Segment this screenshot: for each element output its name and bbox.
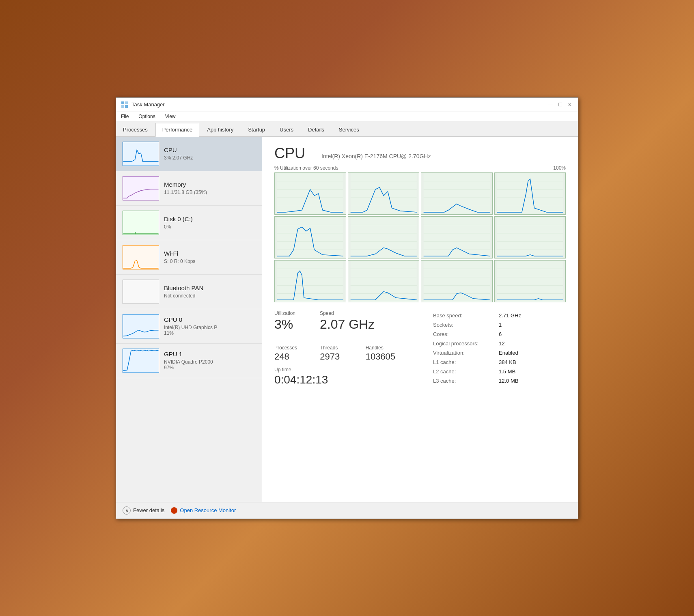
resource-monitor-icon: [171, 507, 177, 514]
task-manager-window: Task Manager — ☐ ✕ File Options View Pro…: [116, 97, 578, 519]
processes-group: Processes 248: [274, 345, 317, 362]
handles-value: 103605: [366, 351, 408, 362]
uptime-label: Up time: [274, 367, 408, 373]
window-title: Task Manager: [131, 101, 165, 108]
sidebar-item-gpu1[interactable]: GPU 1 NVIDIA Quadro P2000 97%: [116, 344, 262, 378]
wifi-thumbnail: [123, 245, 159, 269]
memory-sub: 11.1/31.8 GB (35%): [164, 190, 255, 195]
cpu-graph-5: [348, 216, 420, 258]
svg-rect-66: [497, 261, 563, 302]
cpu-subtitle: Intel(R) Xeon(R) E-2176M CPU@ 2.70GHz: [321, 153, 431, 159]
tab-performance[interactable]: Performance: [155, 123, 199, 137]
svg-rect-41: [424, 217, 490, 258]
base-speed-value: 2.71 GHz: [499, 311, 565, 320]
sidebar-item-disk[interactable]: Disk 0 (C:) 0%: [116, 206, 262, 240]
svg-rect-10: [123, 349, 159, 373]
memory-thumbnail: [123, 176, 159, 200]
threads-label: Threads: [320, 345, 362, 351]
disk-info: Disk 0 (C:) 0%: [164, 215, 255, 230]
fewer-details-button[interactable]: ∧ Fewer details: [123, 506, 164, 515]
sidebar-item-bluetooth[interactable]: Bluetooth PAN Not connected: [116, 275, 262, 309]
logical-label: Logical processors:: [433, 339, 498, 348]
gpu1-thumbnail: [123, 349, 159, 373]
minimize-button[interactable]: —: [547, 101, 554, 108]
svg-rect-6: [123, 211, 159, 235]
utilization-label: Utilization: [274, 310, 295, 316]
memory-info: Memory 11.1/31.8 GB (35%): [164, 181, 255, 195]
virt-label: Virtualization:: [433, 349, 498, 357]
disk-sub: 0%: [164, 224, 255, 230]
wifi-info: Wi-Fi S: 0 R: 0 Kbps: [164, 250, 255, 264]
cpu-graph-2: [421, 172, 493, 215]
svg-rect-46: [497, 217, 563, 258]
menu-options[interactable]: Options: [137, 113, 157, 120]
svg-rect-36: [350, 217, 416, 258]
processes-value: 248: [274, 351, 317, 362]
process-thread-handles: Processes 248 Threads 2973 Handles 10360…: [274, 345, 408, 362]
speed-group: Speed 2.07 GHz: [320, 310, 375, 332]
info-table: Base speed: 2.71 GHz Sockets: 1 Cores: 6: [432, 310, 566, 386]
maximize-button[interactable]: ☐: [557, 101, 563, 108]
svg-rect-9: [123, 314, 159, 338]
gpu1-sub: NVIDIA Quadro P2000: [164, 359, 255, 365]
speed-label: Speed: [320, 310, 375, 316]
cpu-graph-4: [274, 216, 346, 258]
svg-rect-0: [121, 101, 124, 104]
menu-view[interactable]: View: [164, 113, 177, 120]
l3-row: L3 cache: 12.0 MB: [433, 377, 565, 385]
logical-row: Logical processors: 12: [433, 339, 565, 348]
l3-label: L3 cache:: [433, 377, 498, 385]
base-speed-row: Base speed: 2.71 GHz: [433, 311, 565, 320]
gpu1-info: GPU 1 NVIDIA Quadro P2000 97%: [164, 351, 255, 370]
l2-value: 1.5 MB: [499, 367, 565, 376]
tab-startup[interactable]: Startup: [241, 123, 272, 136]
svg-rect-3: [125, 105, 128, 108]
virt-row: Virtualization: Enabled: [433, 349, 565, 357]
menu-bar: File Options View: [116, 112, 578, 121]
sidebar-item-wifi[interactable]: Wi-Fi S: 0 R: 0 Kbps: [116, 240, 262, 275]
virt-value: Enabled: [499, 349, 565, 357]
cpu-graph-6: [421, 216, 493, 258]
logical-value: 12: [499, 339, 565, 348]
gpu0-name: GPU 0: [164, 316, 255, 323]
footer: ∧ Fewer details Open Resource Monitor: [116, 502, 578, 519]
tab-app-history[interactable]: App history: [200, 123, 240, 136]
gpu1-sub2: 97%: [164, 365, 255, 370]
memory-name: Memory: [164, 181, 255, 188]
main-content: CPU 3% 2.07 GHz Memory 11.1/31.8 GB (35%…: [116, 137, 578, 502]
l1-label: L1 cache:: [433, 358, 498, 366]
stats-right: Base speed: 2.71 GHz Sockets: 1 Cores: 6: [432, 310, 566, 386]
processes-label: Processes: [274, 345, 317, 351]
tab-services[interactable]: Services: [332, 123, 366, 136]
stats-left: Utilization 3% Speed 2.07 GHz Processes …: [274, 310, 408, 386]
cpu-graph-7: [494, 216, 566, 258]
tab-details[interactable]: Details: [301, 123, 331, 136]
cpu-graph-10: [421, 260, 493, 302]
cpu-graph-11: [494, 260, 566, 302]
gpu0-info: GPU 0 Intel(R) UHD Graphics P 11%: [164, 316, 255, 336]
svg-rect-2: [121, 105, 124, 108]
svg-rect-51: [277, 261, 343, 302]
open-resource-label: Open Resource Monitor: [180, 507, 236, 513]
stats-section: Utilization 3% Speed 2.07 GHz Processes …: [274, 310, 566, 386]
svg-rect-1: [125, 101, 128, 104]
tab-processes[interactable]: Processes: [116, 123, 155, 136]
sidebar-item-cpu[interactable]: CPU 3% 2.07 GHz: [116, 137, 262, 171]
cpu-graph-0: [274, 172, 346, 215]
l3-value: 12.0 MB: [499, 377, 565, 385]
cores-label: Cores:: [433, 330, 498, 338]
cores-row: Cores: 6: [433, 330, 565, 338]
close-button[interactable]: ✕: [567, 101, 573, 108]
open-resource-monitor-button[interactable]: Open Resource Monitor: [171, 507, 236, 514]
disk-thumbnail: [123, 211, 159, 235]
cores-value: 6: [499, 330, 565, 338]
handles-label: Handles: [366, 345, 408, 351]
speed-value: 2.07 GHz: [320, 317, 375, 332]
cpu-graphs: [274, 172, 566, 302]
tab-users[interactable]: Users: [273, 123, 300, 136]
sidebar-item-gpu0[interactable]: GPU 0 Intel(R) UHD Graphics P 11%: [116, 309, 262, 344]
menu-file[interactable]: File: [119, 113, 130, 120]
main-header: CPU Intel(R) Xeon(R) E-2176M CPU@ 2.70GH…: [274, 145, 566, 162]
sidebar-item-memory[interactable]: Memory 11.1/31.8 GB (35%): [116, 171, 262, 206]
sockets-value: 1: [499, 321, 565, 329]
